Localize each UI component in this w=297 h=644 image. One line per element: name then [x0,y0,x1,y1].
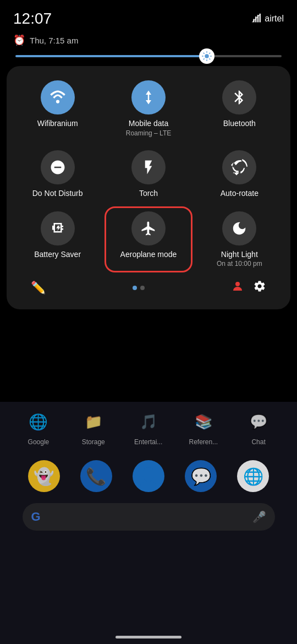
autorotate-icon-circle [222,150,256,184]
qs-tile-mobile-data[interactable]: Mobile data Roaming – LTE [106,77,190,140]
dock-row: 👻 📞 👤 💬 🌐 [0,456,297,496]
app-google-icon: 🌐 [24,407,53,436]
carrier-name: airtel [265,14,284,24]
night-light-label: Night Light [221,250,258,259]
date-text: Thu, 7:15 am [30,36,78,45]
home-indicator[interactable] [116,636,182,638]
qs-tile-night-light[interactable]: Night Light On at 10:00 pm [197,208,282,271]
app-storage[interactable]: 📁 Storage [79,407,108,446]
app-row-1: 🌐 Google 📁 Storage 🎵 Entertai... 📚 Refer… [0,402,297,451]
svg-line-3 [204,53,205,53]
svg-line-8 [210,53,210,53]
torch-icon-circle [131,150,166,184]
night-light-sublabel: On at 10:00 pm [217,260,262,268]
edit-button[interactable]: ✏️ [31,281,46,295]
app-entertainment-label: Entertai... [134,438,162,446]
page-dot-1 [133,286,137,290]
svg-line-4 [210,59,210,59]
page-dot-2 [140,286,145,290]
aeroplane-icon-circle [131,211,166,245]
dock-messages[interactable]: 💬 [185,460,217,492]
mobile-data-icon-circle [131,80,166,114]
app-google[interactable]: 🌐 Google [24,407,53,446]
date-alarm: ⏰ Thu, 7:15 am [13,34,78,46]
page-dots [133,286,145,290]
quick-settings-grid-panel: Wifibranium Mobile data Roaming – LTE [7,66,290,309]
brightness-thumb[interactable] [199,48,215,64]
app-reference[interactable]: 📚 Referen... [189,407,218,446]
status-bar: 12:07 airtel [0,0,297,32]
qs-tile-aeroplane[interactable]: Aeroplane mode [106,208,190,271]
app-entertainment[interactable]: 🎵 Entertai... [134,407,163,446]
app-chat[interactable]: 💬 Chat [244,407,273,446]
qs-tile-torch[interactable]: Torch [106,147,190,201]
settings-button[interactable] [253,280,266,296]
app-storage-label: Storage [82,438,105,446]
app-entertainment-icon: 🎵 [134,407,163,436]
qs-bottom-right [231,280,266,296]
homescreen-background: 🌐 Google 📁 Storage 🎵 Entertai... 📚 Refer… [0,402,297,644]
alarm-icon: ⏰ [13,34,25,46]
qs-tile-battery-saver[interactable]: Battery Saver [15,208,100,271]
mic-icon: 🎤 [252,510,266,523]
dnd-label: Do Not Disturb [32,189,83,198]
dock-chrome[interactable]: 🌐 [237,460,269,492]
brightness-track[interactable] [15,55,282,57]
status-time: 12:07 [13,10,52,28]
quick-settings-panel: 12:07 airtel ⏰ Thu, 7:15 am [0,0,297,314]
app-reference-label: Referen... [189,438,218,446]
google-g-logo: G [31,510,41,524]
dock-contacts[interactable]: 👤 [133,460,164,492]
wifi-label: Wifibranium [37,119,78,128]
svg-line-7 [204,59,205,59]
notif-bar: ⏰ Thu, 7:15 am [0,32,297,51]
night-light-icon-circle [222,211,256,245]
svg-point-9 [56,100,59,103]
dnd-icon-circle [41,150,75,184]
brightness-row[interactable] [0,51,297,66]
aeroplane-label: Aeroplane mode [120,250,177,259]
qs-grid: Wifibranium Mobile data Roaming – LTE [15,77,282,271]
google-search-bar[interactable]: G 🎤 [23,503,275,531]
app-chat-label: Chat [251,438,265,446]
app-chat-icon: 💬 [244,407,273,436]
user-icon[interactable] [231,280,244,296]
dock-phone[interactable]: 📞 [80,460,112,492]
bluetooth-label: Bluetooth [223,119,256,128]
signal-icon [251,13,261,25]
qs-bottom-bar: ✏️ [15,271,282,301]
app-storage-icon: 📁 [79,407,108,436]
mobile-data-sublabel: Roaming – LTE [126,129,171,137]
wifi-icon-circle [41,80,75,114]
qs-tile-bluetooth[interactable]: Bluetooth [197,77,282,140]
mobile-data-label: Mobile data [129,119,168,128]
qs-tile-wifi[interactable]: Wifibranium [15,77,100,140]
autorotate-label: Auto-rotate [221,189,258,198]
battery-saver-icon-circle [41,211,75,245]
qs-tile-autorotate[interactable]: Auto-rotate [197,147,282,201]
status-right: airtel [251,13,284,25]
bluetooth-icon-circle [222,80,256,114]
app-reference-icon: 📚 [189,407,218,436]
dock-snapchat[interactable]: 👻 [28,460,60,492]
battery-saver-label: Battery Saver [34,250,81,259]
qs-tile-dnd[interactable]: Do Not Disturb [15,147,100,201]
app-google-label: Google [28,438,50,446]
svg-point-10 [235,282,240,286]
svg-point-0 [205,54,210,58]
torch-label: Torch [139,189,158,198]
